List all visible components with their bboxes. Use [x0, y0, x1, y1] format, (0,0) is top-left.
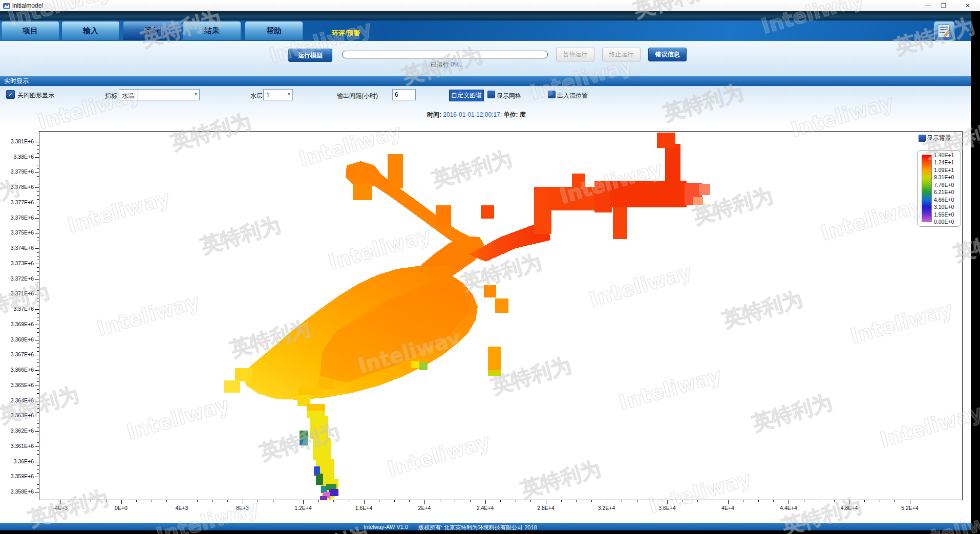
x-major-tick — [546, 500, 546, 504]
y-minor-tick — [37, 306, 39, 306]
x-minor-tick — [637, 500, 637, 502]
y-minor-tick — [37, 267, 39, 268]
y-minor-tick — [37, 313, 39, 314]
interval-label: 输出间隔(小时) — [337, 92, 378, 100]
chevron-down-icon: ▾ — [195, 91, 197, 97]
x-axis-label: 3.2E+4 — [591, 505, 622, 511]
y-major-tick — [35, 431, 39, 432]
legend-value: 7.76E+0 — [934, 182, 960, 188]
y-minor-tick — [37, 351, 39, 352]
y-axis-label: 3.364E+6 — [0, 397, 34, 403]
y-minor-tick — [37, 336, 39, 336]
colorbar-legend: 1.40E+11.24E+11.09E+19.31E+07.76E+06.21E… — [917, 150, 961, 227]
show-background-checkbox[interactable] — [919, 135, 926, 142]
y-axis-label: 3.367E+6 — [0, 351, 34, 357]
pause-run-button[interactable]: 暂停运行 — [556, 48, 594, 61]
x-minor-tick — [349, 500, 349, 502]
x-minor-tick — [683, 500, 683, 502]
y-major-tick — [35, 218, 39, 219]
temperature-map — [39, 132, 962, 500]
app-icon — [3, 2, 10, 9]
y-axis-label: 3.378E+6 — [0, 184, 34, 190]
layer-value: 1 — [266, 92, 270, 99]
y-major-tick — [35, 203, 39, 203]
main-menu-ribbon: 项目输入运行结果帮助 环评/预警 — [0, 20, 971, 41]
y-axis-label: 3.36E+6 — [0, 458, 34, 464]
y-major-tick — [35, 355, 39, 355]
x-major-tick — [243, 500, 243, 504]
y-axis-label: 3.362E+6 — [0, 428, 34, 434]
restore-button[interactable]: ❐ — [935, 0, 952, 11]
y-major-tick — [35, 386, 39, 386]
notes-button[interactable] — [934, 22, 954, 41]
y-major-tick — [35, 340, 39, 340]
flow-position-checkbox[interactable] — [548, 91, 556, 98]
x-major-tick — [60, 500, 61, 504]
y-minor-tick — [37, 381, 39, 382]
error-info-button[interactable]: 错误信息 — [648, 48, 687, 61]
y-minor-tick — [37, 145, 39, 146]
x-minor-tick — [500, 500, 501, 502]
realtime-controls: ✓ 关闭图形显示 指标 水温 ▾ 水层 1 ▾ 输出间隔(小时) 自定义图谱 显… — [0, 86, 971, 103]
y-minor-tick — [37, 191, 39, 192]
tab-4[interactable]: 结果 — [183, 21, 241, 40]
stop-run-button[interactable]: 终止运行 — [602, 48, 641, 61]
x-minor-tick — [561, 500, 562, 502]
x-minor-tick — [152, 500, 152, 502]
show-grid-label: 显示网格 — [497, 92, 521, 100]
y-minor-tick — [37, 458, 39, 458]
y-minor-tick — [37, 298, 39, 298]
tab-5[interactable]: 帮助 — [245, 21, 303, 40]
tab-3[interactable]: 运行 — [123, 21, 181, 40]
close-button[interactable]: ✕ — [959, 0, 976, 11]
x-axis-label: 4.8E+4 — [834, 505, 865, 511]
x-major-tick — [364, 500, 365, 504]
x-minor-tick — [76, 500, 76, 502]
run-model-button[interactable]: 运行模型 — [288, 49, 332, 62]
close-graph-checkbox[interactable]: ✓ — [6, 90, 15, 99]
y-axis-label: 3.381E+6 — [0, 138, 34, 144]
y-minor-tick — [37, 149, 39, 150]
x-major-tick — [789, 500, 789, 504]
y-minor-tick — [37, 260, 39, 260]
interval-input[interactable] — [392, 89, 416, 100]
custom-colormap-button[interactable]: 自定义图谱 — [449, 90, 484, 101]
x-minor-tick — [394, 500, 395, 502]
x-minor-tick — [880, 500, 880, 502]
x-axis-label: 1.2E+4 — [288, 505, 318, 511]
y-minor-tick — [37, 454, 39, 455]
y-minor-tick — [37, 484, 39, 485]
layer-dropdown[interactable]: 1 ▾ — [263, 89, 293, 100]
y-minor-tick — [37, 332, 39, 333]
x-minor-tick — [819, 500, 819, 502]
minimize-button[interactable]: — — [919, 0, 936, 11]
legend-value: 3.10E+0 — [934, 204, 960, 210]
x-minor-tick — [212, 500, 212, 502]
y-major-tick — [35, 446, 39, 447]
y-minor-tick — [37, 344, 39, 344]
x-axis-label: 4.4E+4 — [773, 505, 804, 511]
show-grid-checkbox[interactable] — [487, 91, 495, 98]
unit-label: 单位: 度 — [503, 111, 525, 118]
tab-2[interactable]: 输入 — [61, 21, 120, 40]
legend-value: 0.00E+0 — [934, 219, 960, 225]
x-axis-label: 4E+4 — [713, 505, 743, 511]
x-minor-tick — [440, 500, 440, 502]
legend-value: 4.66E+0 — [934, 197, 960, 203]
y-major-tick — [35, 309, 39, 310]
y-minor-tick — [37, 404, 39, 405]
y-minor-tick — [37, 393, 39, 394]
y-minor-tick — [37, 241, 39, 241]
x-minor-tick — [227, 500, 228, 502]
y-minor-tick — [37, 290, 39, 291]
status-bar: Intelway-AW V1.0 版权所有: 北京英特利为环境科技有限公司 20… — [0, 523, 971, 530]
tab-1[interactable]: 项目 — [1, 21, 59, 40]
y-axis-label: 3.375E+6 — [0, 229, 34, 236]
run-toolbar: 运行模型 已运行 0%。 暂停运行 终止运行 错误信息 — [0, 41, 971, 76]
y-minor-tick — [37, 473, 39, 474]
indicator-dropdown[interactable]: 水温 ▾ — [119, 89, 200, 100]
x-major-tick — [849, 500, 850, 504]
time-label: 时间: — [427, 111, 441, 118]
y-major-tick — [35, 370, 39, 371]
colorbar-gradient — [922, 155, 932, 222]
